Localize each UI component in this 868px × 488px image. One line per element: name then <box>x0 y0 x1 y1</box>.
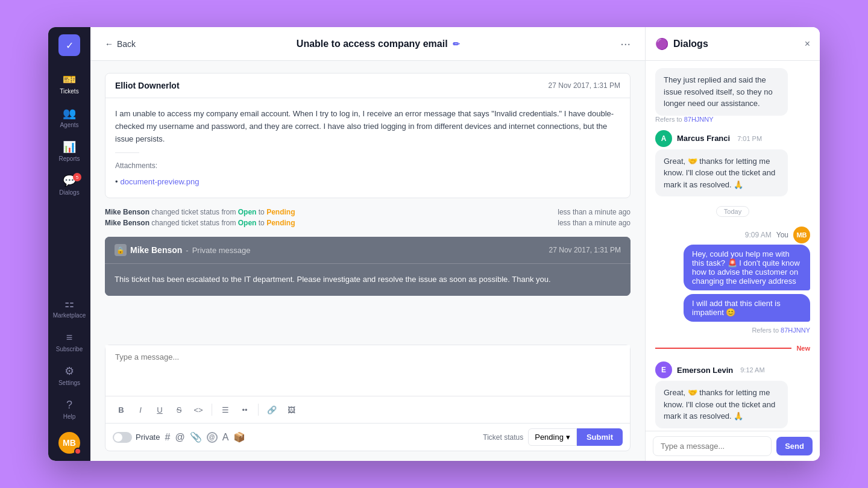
user-avatar[interactable]: MB <box>58 432 80 454</box>
dialog-emerson: E Emerson Levin 9:12 AM Great, 🤝 thanks … <box>655 361 810 428</box>
dialog-bubble-incoming-1: They just replied and said the issue res… <box>655 68 788 116</box>
new-divider-line <box>655 348 791 349</box>
sidebar-agents-label: Agents <box>60 122 78 128</box>
dropbox-icon[interactable]: 📦 <box>233 431 245 443</box>
outgoing-bubble-1-row: Hey, could you help me with this task? 🚨… <box>655 245 810 290</box>
close-dialogs-button[interactable]: × <box>805 39 810 49</box>
outgoing-refers: Refers to 87HJNNY <box>655 324 810 335</box>
dialogs-title-text: Dialogs <box>673 39 708 49</box>
status-dropdown[interactable]: Pending ▾ <box>528 428 577 446</box>
emoji-icon[interactable]: A <box>222 432 229 443</box>
original-timestamp: 27 Nov 2017, 1:31 PM <box>549 81 620 90</box>
strikethrough-button[interactable]: S <box>171 401 187 418</box>
sidebar-item-marketplace[interactable]: ⚏ Marketplace <box>52 292 86 324</box>
activity-text-2: Mike Benson changed ticket status from O… <box>105 219 295 227</box>
marcus-time: 7:01 PM <box>737 135 762 142</box>
ordered-list-button[interactable]: ☰ <box>217 401 234 418</box>
status-submit-group: Pending ▾ Submit <box>528 428 623 446</box>
dialogs-logo-icon: 🟣 <box>655 37 668 51</box>
sidebar-marketplace-label: Marketplace <box>53 312 86 319</box>
attachment-file-link[interactable]: document-preview.png <box>121 176 200 189</box>
marcus-text: Great, 🤝 thanks for letting me know. I'l… <box>664 157 775 189</box>
image-button[interactable]: 🖼 <box>283 401 300 418</box>
code-button[interactable]: <> <box>190 401 207 418</box>
unordered-list-button[interactable]: •• <box>236 401 253 418</box>
attachment-icon[interactable]: 📎 <box>190 431 202 443</box>
outgoing-header-row: 9:09 AM You MB <box>655 227 810 243</box>
you-text: You <box>776 231 788 239</box>
private-label: Private <box>136 433 160 442</box>
italic-button[interactable]: I <box>132 401 149 418</box>
sidebar-item-tickets[interactable]: 🎫 Tickets <box>52 68 86 99</box>
hashtag-icon[interactable]: # <box>165 432 170 443</box>
private-sender: 🔒 Mike Benson - Private message <box>115 244 251 256</box>
subscribe-icon: ≡ <box>66 331 73 344</box>
activity-log: Mike Benson changed ticket status from O… <box>105 208 631 227</box>
original-message-text: I am unable to access my company email a… <box>115 108 620 145</box>
private-timestamp: 27 Nov 2017, 1:31 PM <box>549 246 621 254</box>
sidebar-item-reports[interactable]: 📊 Reports <box>52 136 86 167</box>
sidebar-tickets-label: Tickets <box>60 88 78 95</box>
toolbar-separator-2 <box>258 404 259 416</box>
sidebar: ✓ 🎫 Tickets 👥 Agents 📊 Reports 💬 Dialogs… <box>48 27 90 461</box>
sidebar-item-subscribe[interactable]: ≡ Subscribe <box>52 326 86 357</box>
private-body-text: This ticket has been escalated to the IT… <box>115 275 551 284</box>
sidebar-item-agents[interactable]: 👥 Agents <box>52 102 86 133</box>
dialog-marcus: A Marcus Franci 7:01 PM Great, 🤝 thanks … <box>655 130 810 197</box>
bold-button[interactable]: B <box>113 401 130 418</box>
ticket-title: Unable to access company email ✏ <box>145 39 611 49</box>
private-toggle-switch[interactable] <box>113 432 132 443</box>
private-type-label: Private message <box>192 246 251 255</box>
outgoing-refers-link[interactable]: 87HJNNY <box>781 327 810 334</box>
sidebar-item-help[interactable]: ? Help <box>52 393 86 425</box>
today-divider: Today <box>655 206 810 217</box>
private-message-header: 🔒 Mike Benson - Private message 27 Nov 2… <box>105 237 631 264</box>
emerson-bubble: Great, 🤝 thanks for letting me know. I'l… <box>655 381 788 428</box>
compose-input[interactable] <box>105 345 630 393</box>
dialog-input[interactable] <box>653 436 772 456</box>
private-message-card: 🔒 Mike Benson - Private message 27 Nov 2… <box>105 237 631 296</box>
underline-button[interactable]: U <box>151 401 168 418</box>
link-button[interactable]: 🔗 <box>263 401 280 418</box>
back-button[interactable]: ← Back <box>105 39 136 49</box>
outgoing-refers-text: Refers to 87HJNNY <box>752 327 810 334</box>
marcus-bubble: Great, 🤝 thanks for letting me know. I'l… <box>655 149 788 197</box>
activity-time-2: less than a minute ago <box>558 219 631 227</box>
private-toggle[interactable]: Private <box>113 432 160 443</box>
compose-area: B I U S <> ☰ •• 🔗 🖼 Private # @ <box>105 345 631 451</box>
outgoing-bubble-2: I will add that this client is impatient… <box>684 294 810 322</box>
dialogs-badge: 5 <box>73 173 81 181</box>
new-label: New <box>796 345 810 352</box>
more-options-button[interactable]: ··· <box>620 37 631 51</box>
outgoing-bubble-2-row: I will add that this client is impatient… <box>655 294 810 322</box>
outgoing-group: 9:09 AM You MB Hey, could you help me wi… <box>655 227 810 335</box>
ticket-status-label: Ticket status <box>483 433 523 442</box>
activity-time-1: less than a minute ago <box>558 208 631 216</box>
activity-item-1: Mike Benson changed ticket status from O… <box>105 208 631 216</box>
footer-icons: # @ 📎 @ A 📦 <box>165 431 245 443</box>
marcus-sender-row: A Marcus Franci 7:01 PM <box>655 130 810 147</box>
marcus-avatar: A <box>655 130 672 147</box>
original-sender: Elliot Downerlot <box>115 81 180 90</box>
marcus-name: Marcus Franci <box>677 134 730 143</box>
ticket-header: ← Back Unable to access company email ✏ … <box>90 27 645 61</box>
logo-icon: ✓ <box>66 40 74 51</box>
sidebar-reports-label: Reports <box>58 155 80 162</box>
at-icon[interactable]: @ <box>175 432 184 443</box>
back-label: Back <box>117 39 136 49</box>
edit-title-icon[interactable]: ✏ <box>453 39 460 49</box>
emerson-sender-row: E Emerson Levin 9:12 AM <box>655 361 810 378</box>
submit-button[interactable]: Submit <box>577 428 623 446</box>
settings-icon: ⚙ <box>64 364 74 378</box>
sidebar-settings-label: Settings <box>58 380 80 386</box>
emerson-time: 9:12 AM <box>740 366 764 374</box>
mention-icon[interactable]: @ <box>207 432 218 443</box>
emerson-text: Great, 🤝 thanks for letting me know. I'l… <box>664 388 775 421</box>
sidebar-item-settings[interactable]: ⚙ Settings <box>52 360 86 391</box>
toolbar-separator <box>212 404 212 416</box>
refers-link-1[interactable]: 87HJNNY <box>684 116 714 123</box>
sidebar-item-dialogs[interactable]: 💬 Dialogs 5 <box>52 169 86 201</box>
dialog-send-button[interactable]: Send <box>776 437 813 455</box>
sidebar-dialogs-label: Dialogs <box>59 189 79 196</box>
sidebar-logo[interactable]: ✓ <box>58 34 80 56</box>
